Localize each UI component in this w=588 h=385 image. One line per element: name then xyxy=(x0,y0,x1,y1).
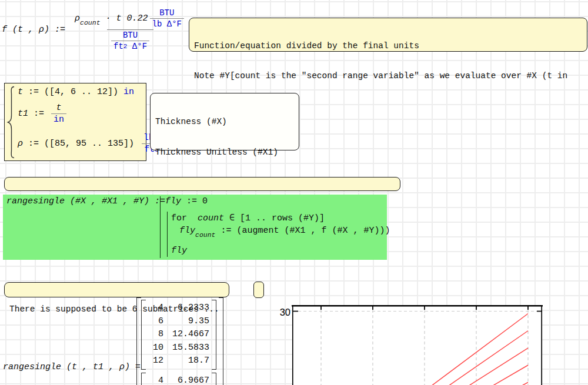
variables-text-box[interactable]: Variables #X, #X1 (#X Unitless), & #Y re… xyxy=(4,177,400,191)
equation-f-main-fraction: ρcount · t 0.22 BTU lb Δ°F BTU ft2 Δ°F xyxy=(72,8,188,51)
table-row: 1218.7 xyxy=(147,354,211,368)
program-bar-main xyxy=(160,196,161,258)
program-line-4: fly xyxy=(171,246,187,256)
program-region[interactable]: rangesingle (#X , #X1 , #Y) := fly := 0 … xyxy=(3,195,387,260)
y-axis-max-label[interactable]: 30 xyxy=(280,307,290,317)
unit-in-2: in xyxy=(51,113,66,125)
group-brace-icon xyxy=(6,86,15,159)
definition-rho: ρ := ([85, 95 .. 135]) lbmft3 xyxy=(18,133,163,155)
unit-ft2-degF: ft2 Δ°F xyxy=(111,41,149,51)
plot-region[interactable]: 30 xyxy=(268,299,588,385)
thickness-text-box[interactable]: Thickness (#X) Thickness Unitless (#X1) … xyxy=(150,93,299,150)
rho-variable: ρ xyxy=(75,14,80,24)
note-line-1: Function/equation divided by the final u… xyxy=(194,41,582,51)
thickness-line-1: Thickness (#X) xyxy=(155,117,294,127)
numerator-terms: · t 0.22 xyxy=(101,14,148,24)
equation-f-denominator: BTU ft2 Δ°F xyxy=(107,29,153,51)
program-line-1: fly := 0 xyxy=(165,196,208,206)
table-row: 46.9667 xyxy=(147,374,211,385)
thickness-line-2: Thickness Unitless (#X1) xyxy=(155,148,294,158)
table-row: 69.35 xyxy=(147,315,211,329)
submatrix2-bracket-left xyxy=(141,373,146,385)
plot-background xyxy=(292,305,542,385)
outer-bracket-left xyxy=(136,297,141,385)
outer-bracket-right xyxy=(219,297,223,385)
submatrix1-bracket-right xyxy=(212,300,216,370)
submatrix-stack: 46.2333 69.35 812.4667 1015.5833 1218.7 … xyxy=(141,297,216,385)
submatrix1-bracket-left xyxy=(141,300,146,370)
definitions-region[interactable]: t := ([4, 6 .. 12]) in t1 := tin ρ := ([… xyxy=(4,83,146,161)
table-row: 46.2333 xyxy=(147,302,211,315)
equation-f-numerator: ρcount · t 0.22 BTU lb Δ°F xyxy=(72,8,188,29)
result-matrix-region[interactable]: 46.2333 69.35 812.4667 1015.5833 1218.7 … xyxy=(136,297,223,385)
unit-btu-2: BTU xyxy=(121,31,140,41)
mathcad-worksheet: f (t , ρ) := ρcount · t 0.22 BTU lb Δ°F … xyxy=(0,0,588,385)
program-line-3: flycount := (augment (#X1 , f (#X , #Y))… xyxy=(179,226,390,236)
table-row: 1015.5833 xyxy=(147,342,211,355)
program-line-2: for count ∈ [1 .. rows (#Y)] xyxy=(171,212,325,223)
submatrix-1: 46.2333 69.35 812.4667 1015.5833 1218.7 xyxy=(141,300,216,370)
unit-in: in xyxy=(123,87,134,97)
empty-placeholder-box[interactable] xyxy=(253,282,264,298)
submatrices-text-box[interactable]: There is supposed to be 6 submatrices ..… xyxy=(4,282,229,297)
numerator-unit-fraction: BTU lb Δ°F xyxy=(150,8,184,29)
table-row: 812.4667 xyxy=(147,328,211,342)
program-bar-for xyxy=(167,212,168,257)
submatrix2-bracket-right xyxy=(212,373,216,385)
rho-subscript: count xyxy=(80,19,101,26)
note-text-box[interactable]: Function/equation divided by the final u… xyxy=(189,18,587,52)
definition-t1: t1 := tin xyxy=(18,103,68,125)
result-lhs[interactable]: rangesingle (t , t1 , ρ) = xyxy=(3,362,141,372)
submatrix-2: 46.9667 xyxy=(141,373,216,385)
program-lhs: rangesingle (#X , #X1 , #Y) := xyxy=(6,196,171,206)
definition-t: t := ([4, 6 .. 12]) in xyxy=(18,87,134,97)
note-line-2: Note #Y[count is the "second range varia… xyxy=(194,71,582,81)
equation-f-lhs: f (t , ρ) := xyxy=(2,25,71,35)
unit-btu: BTU xyxy=(157,8,176,18)
equation-f-region[interactable]: f (t , ρ) := ρcount · t 0.22 BTU lb Δ°F … xyxy=(2,8,190,51)
unit-lb-degF: lb Δ°F xyxy=(150,18,184,29)
denominator-unit-fraction: BTU ft2 Δ°F xyxy=(111,31,149,51)
